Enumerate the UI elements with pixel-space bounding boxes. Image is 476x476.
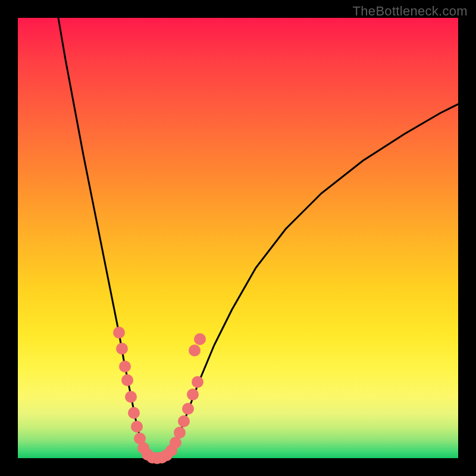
chart-frame: TheBottleneck.com <box>0 0 476 476</box>
watermark-text: TheBottleneck.com <box>353 4 468 19</box>
scatter-dot <box>194 333 206 345</box>
scatter-dot <box>189 345 201 356</box>
scatter-dot <box>182 403 194 415</box>
scatter-dots <box>113 327 206 464</box>
scatter-dot <box>121 374 133 386</box>
curve-left-branch <box>58 18 146 454</box>
bottleneck-curve <box>18 18 458 458</box>
chart-plot-area <box>18 18 458 458</box>
scatter-dot <box>113 327 125 339</box>
scatter-dot <box>116 343 128 355</box>
scatter-dot <box>128 407 140 419</box>
scatter-dot <box>178 415 190 427</box>
scatter-dot <box>131 421 143 433</box>
curve-right-branch <box>170 104 458 454</box>
scatter-dot <box>192 376 203 388</box>
scatter-dot <box>125 391 137 403</box>
scatter-dot <box>119 361 131 372</box>
scatter-dot <box>174 427 186 439</box>
scatter-dot <box>187 389 199 400</box>
